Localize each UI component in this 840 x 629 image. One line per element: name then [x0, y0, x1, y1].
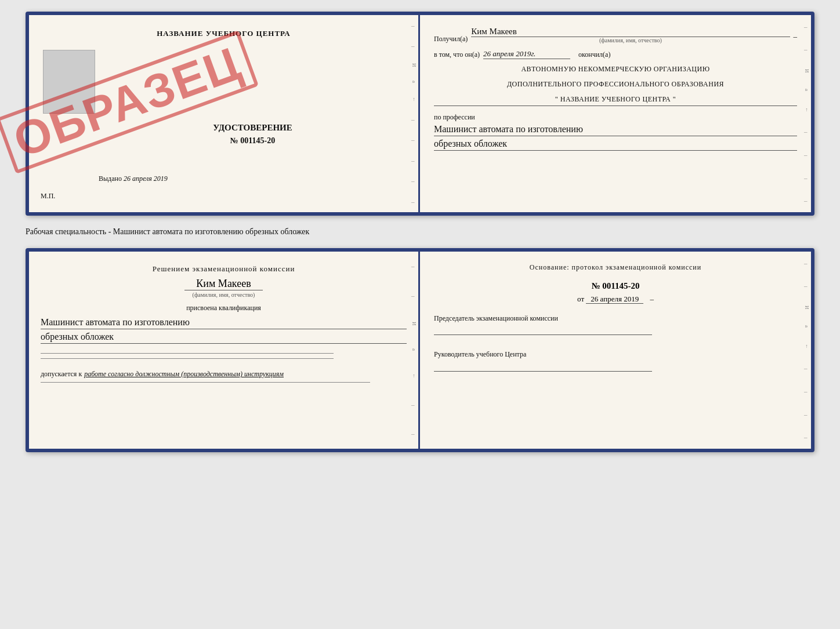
- left-dashes-doc2: – – И а ← – –: [411, 252, 417, 449]
- cert-title: УДОСТОВЕРЕНИЕ: [99, 123, 407, 133]
- qualification-label: присвоена квалификация: [41, 303, 407, 314]
- access-label: допускается к: [41, 370, 82, 378]
- cert-number: № 001145-20: [99, 136, 407, 146]
- profession-label: по профессии: [434, 113, 797, 122]
- finished-label: окончил(а): [578, 50, 610, 59]
- mp-label: М.П.: [41, 192, 55, 201]
- director-signature-line: [434, 371, 652, 372]
- chairman-label: Председатель экзаменационной комиссии: [434, 313, 797, 324]
- date-prefix: от: [577, 294, 584, 303]
- doc2-person-name: Ким Макеев: [184, 278, 262, 290]
- document-2: Решением экзаменационной комиссии Ким Ма…: [26, 248, 814, 452]
- document-1: НАЗВАНИЕ УЧЕБНОГО ЦЕНТРА ОБРАЗЕЦ УДОСТОВ…: [26, 12, 814, 216]
- date-row: в том, что он(а) 26 апреля 2019г. окончи…: [434, 49, 797, 59]
- qualification-line1: Машинист автомата по изготовлению: [41, 317, 407, 329]
- issue-prefix: Выдано: [99, 174, 122, 183]
- access-row: допускается к работе согласно должностны…: [41, 368, 407, 380]
- org-line3: " НАЗВАНИЕ УЧЕБНОГО ЦЕНТРА ": [434, 94, 797, 106]
- in-that-prefix: в том, что он(а): [434, 50, 480, 59]
- empty-line-2: [41, 358, 334, 359]
- issue-date-value: 26 апреля 2019: [124, 174, 168, 183]
- doc1-right-page: Получил(а) Ким Макеев (фамилия, имя, отч…: [420, 15, 811, 212]
- profession-line2: обрезных обложек: [434, 139, 797, 151]
- access-text: работе согласно должностным (производств…: [84, 370, 284, 378]
- empty-line-1: [41, 353, 334, 354]
- date-value: 26 апреля 2019г.: [483, 49, 570, 59]
- profession-line1: Машинист автомата по изготовлению: [434, 124, 797, 136]
- decision-text: Решением экзаменационной комиссии: [41, 263, 407, 275]
- protocol-date: от 26 апреля 2019 –: [434, 294, 797, 304]
- org-line1: АВТОНОМНУЮ НЕКОММЕРЧЕСКУЮ ОРГАНИЗАЦИЮ: [434, 64, 797, 74]
- recipient-name: Ким Макеев: [471, 27, 790, 37]
- doc1-issue-date: Выдано 26 апреля 2019: [99, 174, 168, 183]
- chairman-signature-line: [434, 335, 652, 335]
- name-sub: (фамилия, имя, отчество): [471, 37, 790, 43]
- between-label: Рабочая специальность - Машинист автомат…: [26, 225, 814, 239]
- right-dashes-doc1: – – И а ← – – – –: [804, 15, 810, 212]
- photo-placeholder: [43, 50, 95, 114]
- right-side-decoration: – – И а ← – – – – –: [411, 15, 417, 212]
- basis-label: Основание: протокол экзаменационной коми…: [434, 262, 797, 273]
- protocol-date-value: 26 апреля 2019: [586, 294, 643, 304]
- stamp-text: ОБРАЗЕЦ: [0, 30, 259, 174]
- doc1-school-title: НАЗВАНИЕ УЧЕБНОГО ЦЕНТРА: [41, 29, 407, 38]
- access-line: [41, 382, 370, 383]
- received-label: Получил(а): [434, 35, 468, 43]
- doc2-name-sub: (фамилия, имя, отчество): [41, 292, 407, 298]
- doc1-left-page: НАЗВАНИЕ УЧЕБНОГО ЦЕНТРА ОБРАЗЕЦ УДОСТОВ…: [29, 15, 420, 212]
- doc2-left-page: Решением экзаменационной комиссии Ким Ма…: [29, 252, 420, 449]
- doc2-right-page: Основание: протокол экзаменационной коми…: [420, 252, 811, 449]
- recipient-field: Ким Макеев (фамилия, имя, отчество): [471, 27, 790, 43]
- qualification-line2: обрезных обложек: [41, 332, 407, 344]
- org-line2: ДОПОЛНИТЕЛЬНОГО ПРОФЕССИОНАЛЬНОГО ОБРАЗО…: [434, 79, 797, 89]
- right-dashes-doc2: – – И а ← – – – –: [804, 252, 810, 449]
- received-row: Получил(а) Ким Макеев (фамилия, имя, отч…: [434, 27, 797, 43]
- director-label: Руководитель учебного Центра: [434, 349, 797, 360]
- protocol-number: № 001145-20: [434, 281, 797, 291]
